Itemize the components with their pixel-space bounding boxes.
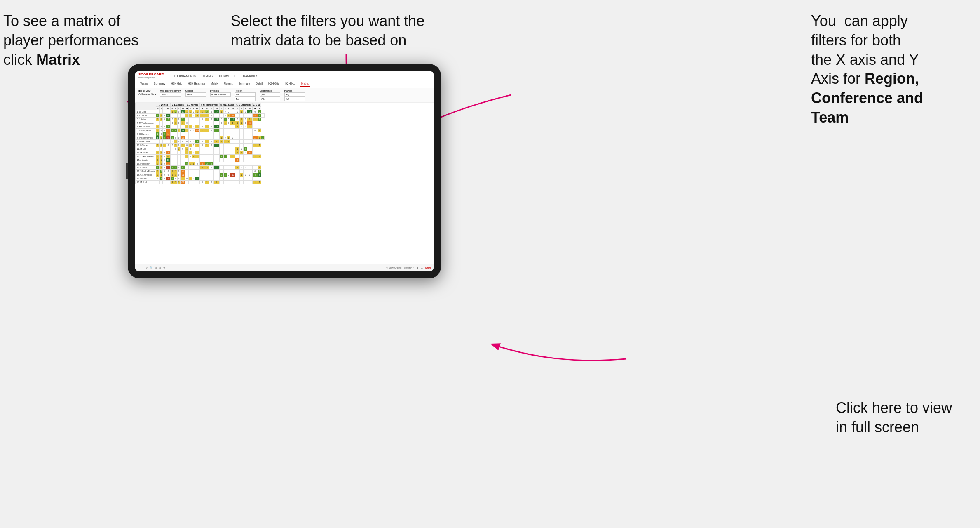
nav-teams[interactable]: TEAMS xyxy=(202,74,214,78)
matrix-cell xyxy=(181,158,185,162)
region-select-1[interactable]: N/A xyxy=(235,92,256,97)
tab-teams[interactable]: Teams xyxy=(138,81,150,87)
matrix-cell: 10 xyxy=(166,158,171,162)
refresh-button[interactable]: ⟳ xyxy=(146,266,148,269)
matrix-container[interactable]: 1. W Ding 2. L Clanton 3. J Koivun 4. M … xyxy=(135,103,434,267)
matrix-cell: 0 xyxy=(177,118,181,121)
matrix-cell xyxy=(244,181,247,184)
matrix-cell: 0 xyxy=(252,170,258,173)
matrix-cell xyxy=(247,177,252,181)
matrix-cell xyxy=(220,177,223,181)
search-button[interactable]: 🔍 xyxy=(150,266,152,269)
tab-players[interactable]: Players xyxy=(222,81,234,87)
nav-rankings[interactable]: RANKINGS xyxy=(242,74,260,78)
matrix-cell: -16 xyxy=(181,136,185,140)
matrix-cell xyxy=(189,136,192,140)
matrix-cell xyxy=(209,158,214,162)
compact-view-radio[interactable]: Compact View xyxy=(138,93,156,95)
matrix-cell: 0 xyxy=(227,121,230,125)
gender-select[interactable]: Men's xyxy=(185,92,206,97)
annotation-top-left: To see a matrix ofplayer performances cl… xyxy=(3,12,152,69)
conference-select-1[interactable]: (All) xyxy=(260,92,280,97)
matrix-cell xyxy=(185,132,189,136)
compact-view-dot xyxy=(138,93,141,95)
matrix-cell xyxy=(223,158,227,162)
matrix-cell: 1 xyxy=(258,181,261,184)
view-original-button[interactable]: 👁 View: Original xyxy=(386,266,401,269)
tab-h2h-heatmap[interactable]: H2H Heatmap xyxy=(186,81,206,87)
matrix-cell xyxy=(181,114,185,118)
tab-h2h-h[interactable]: H2H H... xyxy=(284,81,297,87)
matrix-cell xyxy=(247,144,252,147)
table-row: 18. C Sherwood1300130-11220-1010045 xyxy=(136,173,265,177)
table-row: 3. J Koivun110201020101304011010312 xyxy=(136,118,265,121)
share-button[interactable]: Share xyxy=(425,266,431,269)
players-select-2[interactable]: (All) xyxy=(284,97,305,101)
matrix-cell xyxy=(195,158,200,162)
region-select-2[interactable]: N/A xyxy=(235,97,256,101)
matrix-cell xyxy=(220,125,223,129)
zoom-in-button[interactable]: ⊞ xyxy=(155,266,157,269)
matrix-cell xyxy=(244,136,247,140)
matrix-table: 1. W Ding 2. L Clanton 3. J Koivun 4. M … xyxy=(135,103,265,184)
matrix-cell: 1 xyxy=(174,140,178,144)
tv-button[interactable]: 🖥 xyxy=(416,266,418,269)
matrix-cell xyxy=(213,114,220,118)
nav-committee[interactable]: COMMITTEE xyxy=(218,74,238,78)
zoom-out-button[interactable]: ⊟ xyxy=(159,266,161,269)
player-name-cell: 11. M Ege xyxy=(136,147,156,151)
matrix-cell: 2 xyxy=(166,118,171,121)
matrix-cell: 0 xyxy=(181,147,185,151)
matrix-cell: 1 xyxy=(156,155,160,158)
matrix-cell xyxy=(247,147,252,151)
division-select[interactable]: NCAA Division I xyxy=(210,92,231,97)
matrix-cell: 0 xyxy=(174,177,178,181)
matrix-cell: 3 xyxy=(199,166,205,170)
matrix-cell xyxy=(230,140,235,144)
nav-tournaments[interactable]: TOURNAMENTS xyxy=(173,74,197,78)
matrix-cell xyxy=(230,132,235,136)
conference-select-2[interactable]: (All) xyxy=(260,97,280,101)
matrix-cell: 0 xyxy=(192,110,195,114)
matrix-cell: 0 xyxy=(177,121,181,125)
fullscreen-button[interactable]: ⛶ xyxy=(421,266,423,269)
tab-summary-2[interactable]: Summary xyxy=(237,81,252,87)
watch-button[interactable]: ⊙ Watch ▾ xyxy=(404,266,414,269)
matrix-cell xyxy=(227,158,230,162)
tab-summary-1[interactable]: Summary xyxy=(152,81,167,87)
matrix-cell: 11 xyxy=(213,144,220,147)
matrix-cell: 0 xyxy=(195,162,200,166)
max-players-select[interactable]: Top 25 xyxy=(160,92,181,97)
tab-h2h-grid-2[interactable]: H2H Grid xyxy=(267,81,281,87)
table-row: 5. M La Sasso10061101010141003 xyxy=(136,125,265,129)
undo-button[interactable]: ↩ xyxy=(138,266,139,269)
redo-button[interactable]: ↪ xyxy=(142,266,143,269)
players-select-1[interactable]: (All) xyxy=(284,92,305,97)
tablet: SCOREBOARD Powered by clippd TOURNAMENTS… xyxy=(128,64,441,278)
matrix-cell xyxy=(189,181,192,184)
matrix-cell: 0 xyxy=(192,151,195,155)
matrix-cell: 0 xyxy=(252,129,258,132)
tab-matrix-1[interactable]: Matrix xyxy=(209,81,220,87)
matrix-cell: 1 xyxy=(205,118,209,121)
full-view-radio[interactable]: Full View xyxy=(138,90,156,92)
matrix-cell xyxy=(220,132,223,136)
matrix-cell xyxy=(205,158,209,162)
tab-matrix-active[interactable]: Matrix xyxy=(300,81,310,87)
matrix-cell xyxy=(247,114,252,118)
matrix-cell: 1 xyxy=(240,173,244,177)
player-name-cell: 17. S De La Fuente xyxy=(136,170,156,173)
col-header-4: 5. M La Sasso xyxy=(220,103,235,107)
tab-detail[interactable]: Detail xyxy=(254,81,264,87)
settings-button[interactable]: ⚙ xyxy=(163,266,165,269)
matrix-cell: 0 xyxy=(163,151,166,155)
matrix-cell: 1 xyxy=(156,118,160,121)
matrix-cell xyxy=(227,125,230,129)
matrix-cell xyxy=(192,147,195,151)
matrix-cell xyxy=(220,181,223,184)
tab-h2h-grid[interactable]: H2H Grid xyxy=(169,81,184,87)
matrix-cell xyxy=(244,144,247,147)
matrix-cell: 11 xyxy=(181,110,185,114)
matrix-cell: 0 xyxy=(240,125,244,129)
matrix-cell xyxy=(192,136,195,140)
